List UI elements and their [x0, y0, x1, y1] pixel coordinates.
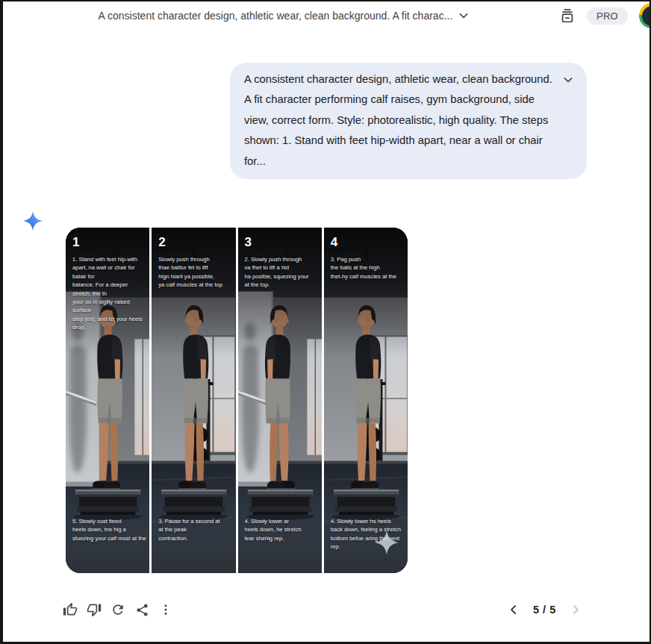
previous-image-button[interactable]	[503, 599, 524, 620]
image-panel-2: 2 Slowly push through thae balltur fet t…	[152, 228, 235, 573]
response-action-bar	[58, 598, 178, 622]
panel-2-caption: 3. Pause for a second at at the peak con…	[158, 517, 232, 543]
archive-button[interactable]	[559, 7, 576, 24]
panel-3-number: 3	[245, 235, 252, 250]
gemini-sparkle-watermark-icon	[375, 531, 399, 554]
chevron-down-icon	[561, 72, 576, 87]
thumbs-up-button[interactable]	[58, 598, 82, 622]
image-panel-1: 1 1. Stand with feet hip-with apart, na …	[66, 228, 149, 573]
panel-4-step-text: 3. Pag push the balls at the high thet-h…	[331, 255, 405, 281]
message-collapse-button[interactable]	[561, 72, 576, 87]
panel-2-number: 2	[158, 235, 165, 250]
more-vertical-icon	[159, 603, 172, 616]
chevron-right-icon	[568, 602, 583, 617]
panel-1-number: 1	[72, 235, 79, 250]
avatar[interactable]	[639, 3, 651, 28]
image-panel-4: 4 3. Pag push the balls at the high thet…	[324, 228, 408, 573]
share-button[interactable]	[130, 598, 154, 622]
pro-badge[interactable]: PRO	[587, 7, 628, 25]
chevron-left-icon	[506, 602, 521, 617]
avatar-photo	[642, 6, 651, 26]
refresh-icon	[110, 602, 125, 617]
conversation-header: A consistent character design, athletic …	[3, 1, 650, 30]
image-panel-3: 3 2. Slowly push through va fhet to lift…	[238, 228, 322, 573]
panel-1-caption: 5. Stowly cust fieed heels down, tne hig…	[72, 517, 146, 543]
user-message-bubble: A consistent character design, athletic …	[230, 63, 587, 179]
archive-icon	[559, 7, 576, 24]
regenerate-button[interactable]	[106, 598, 130, 622]
more-options-button[interactable]	[154, 598, 178, 622]
generated-exercise-image[interactable]: 1 1. Stand with feet hip-with apart, na …	[66, 228, 408, 573]
image-pagination: 5 / 5	[503, 598, 586, 622]
page-indicator: 5 / 5	[533, 604, 556, 616]
user-message-text: A consistent character design, athletic …	[244, 69, 552, 172]
thumbs-down-button[interactable]	[82, 598, 106, 622]
panel-2-step-text: Slowly push through thae balltur fet to …	[158, 255, 233, 290]
panel-3-caption: 4. Slowly lower ar heels down, he stretc…	[245, 517, 319, 543]
panel-3-step-text: 2. Slowly push through va fhet to lift a…	[245, 255, 320, 290]
thumbs-down-icon	[87, 602, 102, 617]
panel-4-number: 4	[331, 235, 337, 250]
conversation-title-group[interactable]: A consistent character design, athletic …	[3, 8, 559, 23]
header-controls: PRO	[559, 3, 651, 28]
conversation-title: A consistent character design, athletic …	[99, 10, 453, 22]
gemini-app-window: { "header": { "title": "A consistent cha…	[0, 0, 651, 644]
gemini-sparkle-icon	[23, 211, 43, 231]
thumbs-up-icon	[63, 602, 78, 617]
share-icon	[135, 603, 149, 617]
chevron-down-icon[interactable]	[456, 8, 471, 23]
next-image-button	[565, 599, 586, 620]
panel-1-step-text: 1. Stand with feet hip-with apart, na wa…	[72, 255, 147, 332]
